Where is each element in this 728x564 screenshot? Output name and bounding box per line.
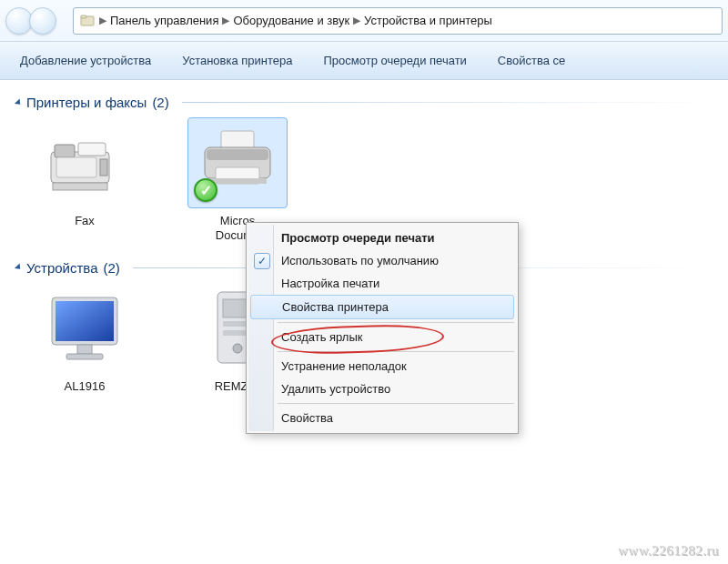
device-label: AL1916 <box>25 379 144 394</box>
menu-label: Использовать по умолчанию <box>281 254 439 267</box>
menu-troubleshoot[interactable]: Устранение неполадок <box>248 355 516 378</box>
svg-rect-8 <box>221 131 254 149</box>
svg-rect-6 <box>100 159 107 176</box>
svg-rect-1 <box>81 15 86 18</box>
menu-printer-properties[interactable]: Свойства принтера <box>250 295 514 319</box>
menu-set-default[interactable]: ✓ Использовать по умолчанию <box>248 249 516 272</box>
menu-separator <box>278 351 514 352</box>
group-count: (2) <box>152 95 168 110</box>
divider <box>182 102 712 103</box>
chevron-right-icon: ▶ <box>353 15 360 26</box>
context-menu: Просмотр очереди печати ✓ Использовать п… <box>246 222 519 434</box>
menu-create-shortcut[interactable]: Создать ярлык <box>248 326 516 348</box>
svg-rect-15 <box>56 301 114 341</box>
nav-row: ▶ Панель управления ▶ Оборудование и зву… <box>0 0 728 42</box>
add-device-button[interactable]: Добавление устройства <box>20 54 151 67</box>
collapse-icon <box>15 263 23 271</box>
menu-print-prefs[interactable]: Настройка печати <box>248 272 516 295</box>
printer-icon: ✓ <box>187 117 288 208</box>
properties-button[interactable]: Свойства се <box>498 54 565 67</box>
svg-rect-5 <box>56 157 96 177</box>
monitor-icon <box>35 283 135 374</box>
svg-rect-7 <box>53 183 107 190</box>
breadcrumb-item[interactable]: Устройства и принтеры <box>364 14 492 27</box>
chevron-right-icon: ▶ <box>99 15 106 26</box>
folder-icon <box>79 13 96 29</box>
view-queue-button[interactable]: Просмотр очереди печати <box>324 54 467 67</box>
svg-rect-4 <box>78 143 106 156</box>
nav-arrows <box>5 7 56 35</box>
check-icon: ✓ <box>254 253 270 269</box>
svg-point-22 <box>233 344 242 353</box>
device-item-fax[interactable]: Fax <box>25 117 144 244</box>
add-printer-button[interactable]: Установка принтера <box>182 54 292 67</box>
device-item-monitor[interactable]: AL1916 <box>25 283 144 394</box>
menu-separator <box>278 322 514 323</box>
svg-rect-3 <box>55 145 75 157</box>
menu-view-queue[interactable]: Просмотр очереди печати <box>248 227 516 249</box>
svg-rect-10 <box>207 149 268 160</box>
fax-icon <box>35 117 135 208</box>
watermark: www.2261282.ru <box>618 543 719 559</box>
command-bar: Добавление устройства Установка принтера… <box>0 42 728 80</box>
svg-rect-12 <box>208 178 267 184</box>
menu-properties[interactable]: Свойства <box>248 407 516 429</box>
address-bar[interactable]: ▶ Панель управления ▶ Оборудование и зву… <box>73 7 723 35</box>
device-label: Fax <box>25 214 144 228</box>
collapse-icon <box>15 98 23 106</box>
menu-separator <box>278 403 514 404</box>
group-title: Устройства <box>26 260 97 276</box>
group-count: (2) <box>103 260 119 276</box>
chevron-right-icon: ▶ <box>222 15 229 26</box>
forward-button[interactable] <box>29 7 56 35</box>
menu-remove-device[interactable]: Удалить устройство <box>248 378 516 400</box>
breadcrumb-item[interactable]: Оборудование и звук <box>233 14 349 27</box>
breadcrumb-item[interactable]: Панель управления <box>110 14 218 27</box>
default-check-icon: ✓ <box>194 178 217 202</box>
svg-rect-17 <box>66 354 103 359</box>
svg-rect-16 <box>77 345 92 354</box>
group-header-printers[interactable]: Принтеры и факсы (2) <box>16 95 712 110</box>
group-title: Принтеры и факсы <box>26 95 147 110</box>
